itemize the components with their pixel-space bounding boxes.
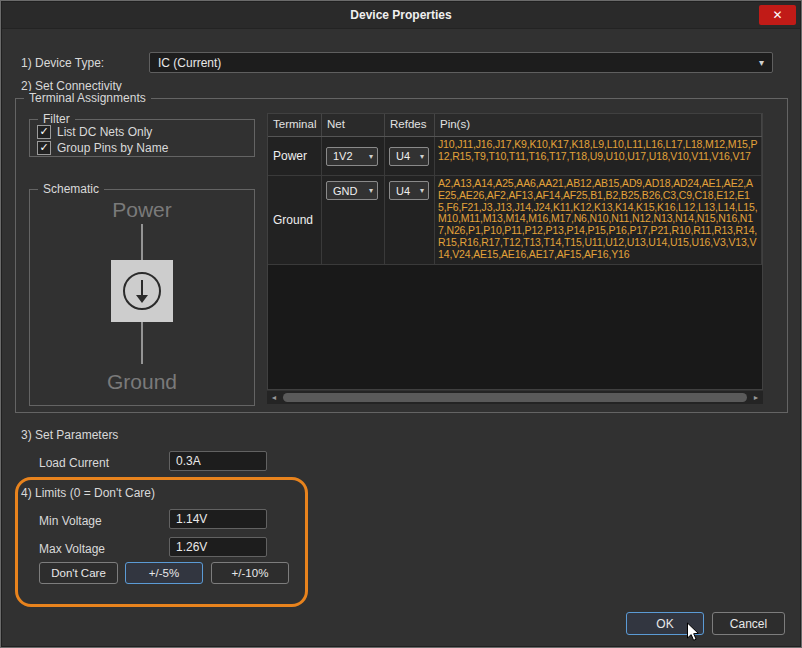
header-terminal: Terminal (268, 114, 322, 136)
close-button[interactable]: ✕ (759, 5, 796, 25)
group-pins-label: Group Pins by Name (57, 141, 168, 155)
table-header-row: Terminal Net Refdes Pin(s) (268, 114, 762, 137)
ok-button[interactable]: OK (626, 612, 704, 635)
header-refdes: Refdes (385, 114, 435, 136)
load-current-label: Load Current (39, 456, 109, 470)
schematic-ground-label: Ground (30, 370, 254, 394)
refdes-select-ground[interactable]: U4 ▾ (389, 181, 429, 200)
refdes-select-power-value: U4 (396, 150, 410, 162)
device-type-select[interactable]: IC (Current) ▾ (149, 52, 773, 73)
title-bar[interactable]: Device Properties ✕ (2, 2, 800, 29)
schematic-group: Schematic Power Ground (29, 189, 255, 406)
chevron-down-icon: ▾ (366, 186, 373, 195)
schematic-title: Schematic (38, 182, 104, 196)
device-properties-dialog: Device Properties ✕ 1) Device Type: IC (… (0, 0, 802, 648)
checkbox-row-list-dc-nets: ✓ List DC Nets Only (37, 125, 152, 139)
header-net: Net (322, 114, 385, 136)
max-voltage-label: Max Voltage (39, 542, 105, 556)
table-row-power: Power 1V2 ▾ U4 ▾ J10,J11,J16,J17,K9,K10,… (268, 137, 762, 176)
pins-cell-power: J10,J11,J16,J17,K9,K10,K17,K18,L9,L10,L1… (435, 137, 762, 176)
refdes-select-power[interactable]: U4 ▾ (389, 147, 429, 166)
terminal-cell-ground: Ground (268, 176, 322, 265)
header-pins: Pin(s) (435, 114, 762, 136)
min-voltage-label: Min Voltage (39, 514, 102, 528)
device-type-value: IC (Current) (158, 56, 221, 70)
table-row-ground: Ground GND ▾ U4 ▾ A2,A13,A14,A25,AA6,AA2… (268, 176, 762, 265)
list-dc-nets-label: List DC Nets Only (57, 125, 152, 139)
scroll-right-icon[interactable]: ► (749, 394, 763, 401)
pins-cell-ground: A2,A13,A14,A25,AA6,AA21,AB12,AB15,AD9,AD… (435, 176, 762, 265)
plus-minus-10-button[interactable]: +/-10% (211, 562, 289, 584)
current-source-symbol-icon (102, 224, 182, 364)
table-empty-area (268, 265, 762, 389)
refdes-select-ground-value: U4 (396, 185, 410, 197)
net-select-power[interactable]: 1V2 ▾ (326, 147, 378, 166)
chevron-down-icon: ▾ (417, 152, 424, 161)
scroll-left-icon[interactable]: ◄ (267, 394, 281, 401)
chevron-down-icon: ▾ (759, 57, 764, 68)
max-voltage-input[interactable] (169, 537, 267, 557)
chevron-down-icon: ▾ (366, 152, 373, 161)
net-select-ground[interactable]: GND ▾ (326, 181, 378, 200)
group-pins-checkbox[interactable]: ✓ (37, 141, 51, 155)
set-parameters-label: 3) Set Parameters (21, 428, 118, 442)
limits-label: 4) Limits (0 = Don't Care) (21, 486, 155, 500)
scrollbar-thumb[interactable] (283, 393, 747, 402)
plus-minus-5-button[interactable]: +/-5% (125, 562, 203, 584)
dont-care-button[interactable]: Don't Care (39, 562, 118, 584)
check-icon: ✓ (39, 126, 48, 137)
device-type-label: 1) Device Type: (21, 56, 104, 70)
checkbox-row-group-pins: ✓ Group Pins by Name (37, 141, 168, 155)
close-icon: ✕ (772, 8, 782, 22)
filter-title: Filter (38, 112, 75, 126)
net-select-power-value: 1V2 (333, 150, 353, 162)
list-dc-nets-checkbox[interactable]: ✓ (37, 125, 51, 139)
terminal-assignments-title: Terminal Assignments (24, 91, 151, 105)
dialog-title: Device Properties (2, 2, 800, 28)
schematic-power-label: Power (30, 198, 254, 222)
horizontal-scrollbar[interactable]: ◄ ► (267, 391, 763, 404)
min-voltage-input[interactable] (169, 509, 267, 529)
terminal-table: Terminal Net Refdes Pin(s) Power 1V2 ▾ U… (267, 113, 763, 390)
check-icon: ✓ (39, 142, 48, 153)
load-current-input[interactable] (169, 451, 267, 471)
net-select-ground-value: GND (333, 185, 357, 197)
cancel-button[interactable]: Cancel (712, 612, 785, 635)
chevron-down-icon: ▾ (417, 186, 424, 195)
terminal-cell-power: Power (268, 137, 322, 176)
